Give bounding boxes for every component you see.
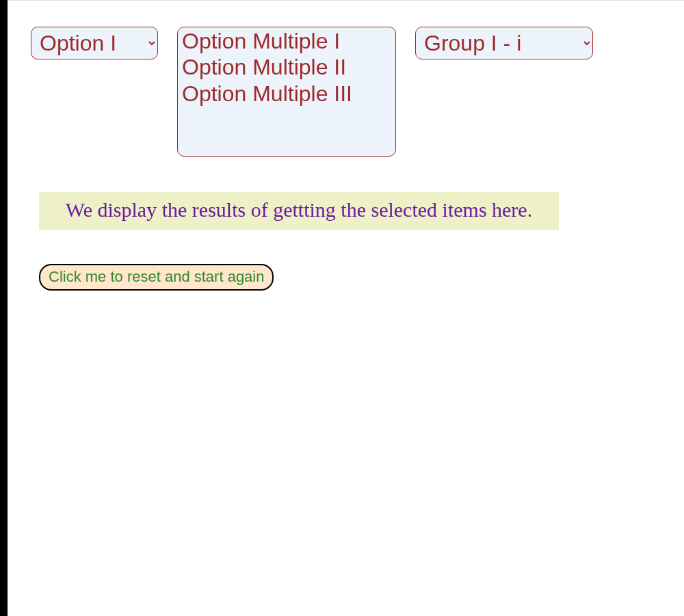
multiple-select-option[interactable]: Option Multiple III xyxy=(181,81,395,107)
left-sidebar-stripe xyxy=(0,0,8,616)
multiple-select-option[interactable]: Option Multiple I xyxy=(181,29,395,55)
single-select[interactable]: Option I xyxy=(31,27,158,59)
results-display: We display the results of gettting the s… xyxy=(39,192,559,230)
multiple-select-option[interactable]: Option Multiple II xyxy=(181,55,395,81)
reset-button[interactable]: Click me to reset and start again xyxy=(39,264,274,291)
main-content: Option I Option Multiple I Option Multip… xyxy=(8,0,684,616)
multiple-select[interactable]: Option Multiple I Option Multiple II Opt… xyxy=(177,27,396,157)
selects-row: Option I Option Multiple I Option Multip… xyxy=(8,1,684,157)
group-select[interactable]: Group I - i xyxy=(415,27,593,59)
